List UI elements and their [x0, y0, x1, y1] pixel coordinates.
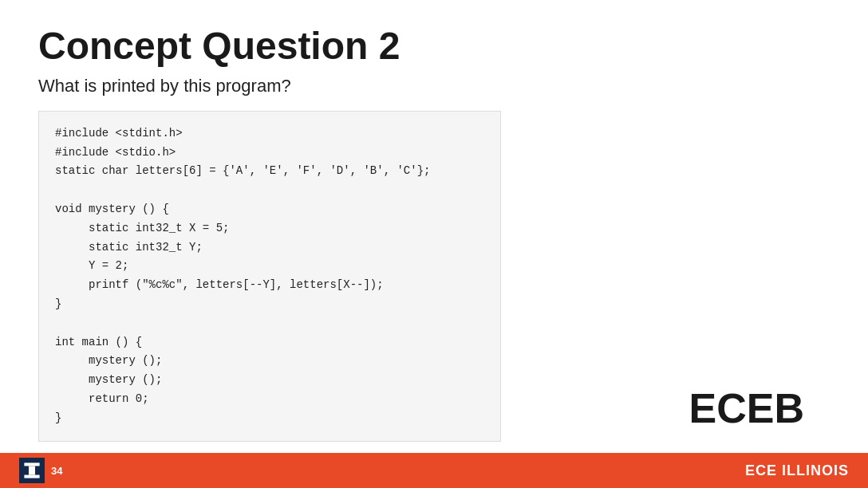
- illinois-logo-icon: [19, 458, 45, 483]
- page-title: Concept Question 2: [38, 26, 830, 68]
- svg-rect-2: [24, 462, 39, 466]
- footer-page-number: 34: [51, 465, 62, 477]
- subtitle: What is printed by this program?: [38, 76, 830, 96]
- main-content: Concept Question 2 What is printed by th…: [0, 0, 868, 442]
- svg-rect-4: [29, 466, 35, 474]
- footer-brand: ECE ILLINOIS: [745, 462, 849, 479]
- answer-badge: ECEB: [689, 384, 804, 432]
- svg-rect-3: [24, 475, 39, 478]
- footer-logo: 34: [19, 458, 62, 483]
- code-block: #include <stdint.h> #include <stdio.h> s…: [38, 111, 501, 442]
- footer: 34 ECE ILLINOIS: [0, 453, 868, 488]
